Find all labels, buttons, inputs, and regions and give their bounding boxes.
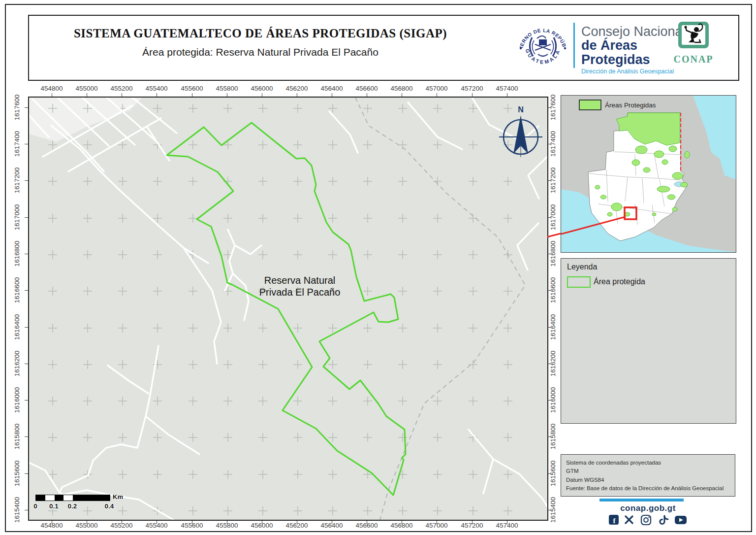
y-axis-label-left: 1616200: [13, 348, 21, 379]
road: [51, 126, 208, 263]
seal-dot-left: [520, 47, 522, 49]
x-axis-label-top: 454800: [36, 85, 67, 92]
road: [329, 98, 538, 153]
y-axis-tick: [25, 510, 28, 510]
x-axis-tick: [402, 521, 402, 524]
legend-title: Leyenda: [567, 263, 597, 271]
x-axis-tick: [227, 93, 227, 97]
facebook-icon[interactable]: f: [609, 515, 619, 525]
conap-logo-text: CONAP: [669, 54, 718, 65]
info-line: GTM: [566, 467, 730, 475]
x-axis-tick: [367, 521, 367, 524]
y-axis-label-left: 1617400: [13, 128, 21, 160]
x-axis-tick: [332, 93, 332, 97]
info-line: Fuente: Base de datos de la Dirección de…: [566, 484, 730, 493]
x-axis-tick: [262, 93, 262, 97]
x-axis-label-top: 455200: [106, 85, 137, 92]
info-line: Sistema de coordenadas proyectadas: [566, 459, 730, 467]
instagram-icon[interactable]: [641, 515, 651, 525]
scale-bar-label: 0.1: [44, 502, 64, 510]
x-axis-tick: [122, 93, 122, 97]
y-axis-tick: [548, 364, 551, 364]
reserve-label-line1: Reserva Natural: [264, 275, 336, 286]
x-axis-label-top: 457400: [491, 85, 523, 92]
page-subtitle: Área protegida: Reserva Natural Privada …: [29, 46, 492, 58]
org-line3: Dirección de Análisis Geoespacial: [581, 68, 694, 75]
road: [184, 248, 221, 364]
seal-dot-right: [564, 47, 566, 49]
protected-area-swatch: [567, 276, 591, 288]
government-seal-logo: GOBIERNO DE LA REPÚBLICA GUATEMALA: [515, 19, 570, 74]
y-axis-tick: [25, 290, 28, 291]
y-axis-tick: [548, 144, 551, 144]
legend-item-label: Área protegida: [594, 277, 645, 286]
y-axis-tick: [25, 400, 28, 401]
road: [225, 230, 261, 320]
x-axis-label-top: 456400: [316, 85, 347, 92]
main-map: Reserva Natural Privada El Pacaño N Km 0…: [28, 97, 548, 521]
road: [517, 157, 547, 270]
website-link[interactable]: conap.gob.gt: [561, 503, 735, 513]
scale-bar-label: 0.4: [99, 502, 119, 510]
youtube-icon[interactable]: [675, 516, 687, 524]
x-axis-label-top: 456800: [386, 85, 417, 92]
x-axis-tick: [157, 93, 157, 97]
x-axis-tick: [507, 521, 507, 524]
y-axis-label-left: 1616000: [13, 384, 21, 416]
inset-locator-map: Áreas Protegidas: [561, 95, 736, 253]
y-axis-label-left: 1615800: [13, 421, 21, 452]
scale-bar-bar: [35, 495, 110, 501]
reserve-boundary-polygon: [167, 123, 406, 495]
conap-logo: CONAP: [669, 21, 718, 65]
y-axis-tick: [548, 290, 551, 291]
y-axis-tick: [548, 180, 551, 181]
header-divider: [573, 23, 575, 68]
y-axis-tick: [25, 473, 28, 474]
x-axis-label-top: 456000: [246, 85, 278, 92]
x-axis-tick: [122, 521, 122, 524]
x-axis-tick: [262, 521, 262, 524]
x-axis-tick: [87, 93, 87, 97]
y-axis-tick: [548, 107, 551, 108]
info-line: Datum WGS84: [566, 476, 730, 484]
x-icon[interactable]: [626, 516, 632, 523]
inset-canvas: Áreas Protegidas: [561, 96, 736, 252]
x-axis-tick: [297, 521, 297, 524]
north-label: N: [518, 105, 524, 114]
x-axis-tick: [367, 93, 367, 97]
y-axis-tick: [548, 217, 551, 218]
y-axis-tick: [25, 254, 28, 254]
scale-bar-segment: [45, 495, 55, 501]
tiktok-icon[interactable]: [660, 516, 667, 524]
x-axis-tick: [157, 521, 157, 524]
x-axis-tick: [402, 93, 402, 97]
scale-bar-label: 0.2: [63, 502, 82, 510]
x-axis-tick: [297, 93, 297, 97]
x-axis-label-top: 456200: [281, 85, 313, 92]
scale-bar-unit: Km: [113, 493, 123, 501]
x-axis-label-top: 455400: [141, 85, 172, 92]
north-arrow-icon: N: [499, 105, 542, 157]
conap-monkey-icon: [669, 21, 718, 51]
inset-legend-label: Áreas Protegidas: [605, 101, 656, 109]
grid-crosses: [48, 104, 512, 515]
y-axis-tick: [548, 510, 551, 510]
y-axis-label-left: 1615400: [13, 494, 21, 526]
y-axis-tick: [25, 144, 28, 144]
map-sheet: SISTEMA GUATEMALTECO DE ÁREAS PROTEGIDAS…: [0, 0, 756, 535]
y-axis-label-left: 1617200: [13, 165, 21, 196]
x-axis-label-top: 455600: [176, 85, 208, 92]
x-axis-tick: [192, 521, 192, 524]
seal-crest: [530, 36, 556, 56]
x-axis-label-top: 457000: [421, 85, 452, 92]
y-axis-label-left: 1617600: [13, 92, 21, 123]
x-axis-label-top: 455800: [211, 85, 243, 92]
main-map-canvas: Reserva Natural Privada El Pacaño N: [29, 98, 547, 520]
x-axis-tick: [332, 521, 332, 524]
y-axis-label-left: 1616400: [13, 311, 21, 343]
y-axis-tick: [548, 473, 551, 474]
y-axis-tick: [548, 400, 551, 401]
y-axis-tick: [25, 436, 28, 437]
inset-legend-swatch: [579, 100, 601, 110]
footer-accent-bar: [599, 499, 684, 502]
